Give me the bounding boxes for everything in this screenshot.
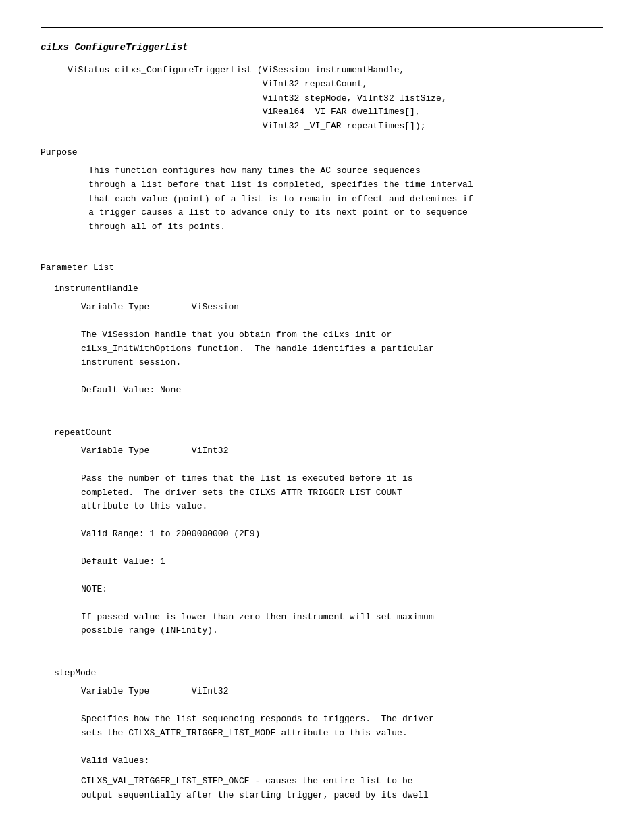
param-var-type-stepMode: Variable Type ViInt32	[81, 685, 603, 699]
param-name-stepMode: stepMode	[54, 668, 603, 678]
top-divider	[41, 27, 603, 28]
sig-line1: ViStatus ciLxs_ConfigureTriggerList (ViS…	[68, 65, 404, 75]
function-signature: ViStatus ciLxs_ConfigureTriggerList (ViS…	[68, 63, 603, 134]
function-title: ciLxs_ConfigureTriggerList	[41, 42, 603, 53]
param-name-instrumentHandle: instrumentHandle	[54, 284, 603, 294]
param-var-type-repeatCount: Variable Type ViInt32	[81, 444, 603, 459]
purpose-text: This function configures how many times …	[68, 164, 603, 234]
sig-line2: ViInt32 repeatCount,	[68, 79, 368, 89]
param-list-label: Parameter List	[41, 263, 603, 273]
param-default-repeatCount: Default Value: 1	[81, 555, 603, 569]
param-note-label-repeatCount: NOTE:	[81, 583, 603, 597]
param-var-type-instrumentHandle: Variable Type ViSession	[81, 301, 603, 315]
sig-line5: ViInt32 _VI_FAR repeatTimes[]);	[68, 121, 426, 131]
param-valid-values-stepMode: CILXS_VAL_TRIGGER_LIST_STEP_ONCE - cause…	[81, 775, 603, 803]
sig-line4: ViReal64 _VI_FAR dwellTimes[],	[68, 107, 421, 117]
purpose-label: Purpose	[41, 147, 603, 157]
param-name-repeatCount: repeatCount	[54, 427, 603, 438]
param-valid-values-label-stepMode: Valid Values:	[81, 754, 603, 768]
param-desc-repeatCount: Pass the number of times that the list i…	[81, 472, 603, 514]
page-container: ciLxs_ConfigureTriggerList ViStatus ciLx…	[0, 0, 644, 834]
param-desc-instrumentHandle: The ViSession handle that you obtain fro…	[81, 328, 603, 370]
param-valid-range-repeatCount: Valid Range: 1 to 2000000000 (2E9)	[81, 527, 603, 542]
param-desc-stepMode: Specifies how the list sequencing respon…	[81, 712, 603, 741]
sig-line3: ViInt32 stepMode, ViInt32 listSize,	[68, 93, 447, 103]
param-default-instrumentHandle: Default Value: None	[81, 384, 603, 398]
param-note-text-repeatCount: If passed value is lower than zero then …	[81, 610, 603, 639]
